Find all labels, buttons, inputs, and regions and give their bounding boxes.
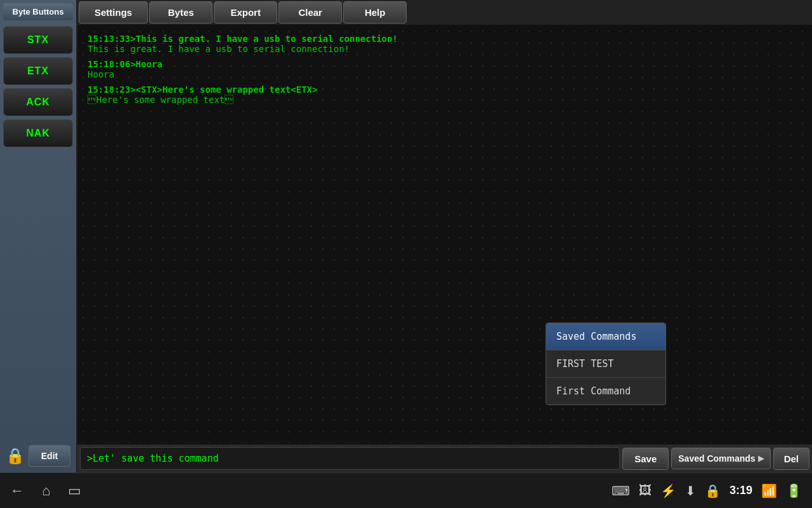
nak-button[interactable]: NAK [3, 119, 73, 147]
stx-button[interactable]: STX [3, 26, 73, 54]
sidebar-title: Byte Buttons [3, 3, 73, 20]
main-container: Byte Buttons STX ETX ACK NAK 🔒 Edit Sett… [0, 0, 812, 472]
save-button[interactable]: Save [622, 448, 669, 470]
log-response-2: Hoora [88, 69, 802, 79]
nav-right: ⌨ 🖼 ⚡ ⬇ 🔒 3:19 📶 🔋 [612, 483, 802, 498]
sidebar-bottom: 🔒 Edit [3, 443, 73, 469]
saved-commands-label: Saved Commands [678, 453, 755, 464]
help-button[interactable]: Help [343, 1, 407, 23]
sidebar: Byte Buttons STX ETX ACK NAK 🔒 Edit [0, 0, 77, 472]
clear-button[interactable]: Clear [278, 1, 342, 23]
log-entry-2: 15:18:06>Hoora Hoora [88, 59, 802, 79]
terminal-area[interactable]: 15:13:33>This is great. I have a usb to … [77, 26, 812, 443]
edit-button[interactable]: Edit [29, 445, 70, 467]
log-timestamp-3: 15:18:23><STX>Here's some wrapped text<E… [88, 84, 802, 95]
bytes-button[interactable]: Bytes [149, 1, 213, 23]
log-response-3: Here's some wrapped text [88, 95, 802, 105]
input-bar: Save Saved Commands ▶ Del [77, 443, 812, 472]
export-button[interactable]: Export [214, 1, 277, 23]
nav-left: ← ⌂ ▭ [10, 483, 81, 499]
log-response-1: This is great. I have a usb to serial co… [88, 44, 802, 54]
saved-commands-button[interactable]: Saved Commands ▶ [671, 448, 770, 469]
dropdown-item-first-test[interactable]: FIRST TEST [546, 351, 665, 378]
recent-apps-icon[interactable]: ▭ [68, 483, 81, 499]
etx-button[interactable]: ETX [3, 57, 73, 85]
download-icon[interactable]: ⬇ [685, 483, 696, 498]
log-entry-3: 15:18:23><STX>Here's some wrapped text<E… [88, 84, 802, 105]
battery-icon: 🔋 [786, 483, 802, 498]
del-button[interactable]: Del [773, 448, 809, 470]
wifi-icon: 📶 [761, 483, 777, 498]
keyboard-icon[interactable]: ⌨ [612, 483, 630, 498]
nav-bar: ← ⌂ ▭ ⌨ 🖼 ⚡ ⬇ 🔒 3:19 📶 🔋 [0, 472, 812, 508]
saved-commands-dropdown: Saved Commands FIRST TEST First Command [546, 323, 666, 405]
home-icon[interactable]: ⌂ [42, 483, 50, 499]
status-time: 3:19 [730, 484, 752, 497]
dropdown-item-saved-commands[interactable]: Saved Commands [546, 323, 665, 351]
log-timestamp-1: 15:13:33>This is great. I have a usb to … [88, 34, 802, 44]
log-timestamp-2: 15:18:06>Hoora [88, 59, 802, 69]
toolbar: Settings Bytes Export Clear Help [77, 0, 812, 26]
settings-button[interactable]: Settings [79, 1, 148, 23]
back-icon[interactable]: ← [10, 483, 24, 499]
usb-icon[interactable]: ⚡ [660, 483, 676, 498]
command-input[interactable] [80, 447, 620, 470]
lock-status-icon: 🔒 [705, 483, 721, 498]
log-entry-1: 15:13:33>This is great. I have a usb to … [88, 34, 802, 54]
photo-icon[interactable]: 🖼 [639, 483, 652, 498]
chevron-down-icon: ▶ [758, 454, 764, 463]
lock-icon: 🔒 [6, 447, 25, 465]
content-area: Settings Bytes Export Clear Help 15:13:3… [77, 0, 812, 472]
ack-button[interactable]: ACK [3, 88, 73, 116]
dropdown-item-first-command[interactable]: First Command [546, 378, 665, 404]
